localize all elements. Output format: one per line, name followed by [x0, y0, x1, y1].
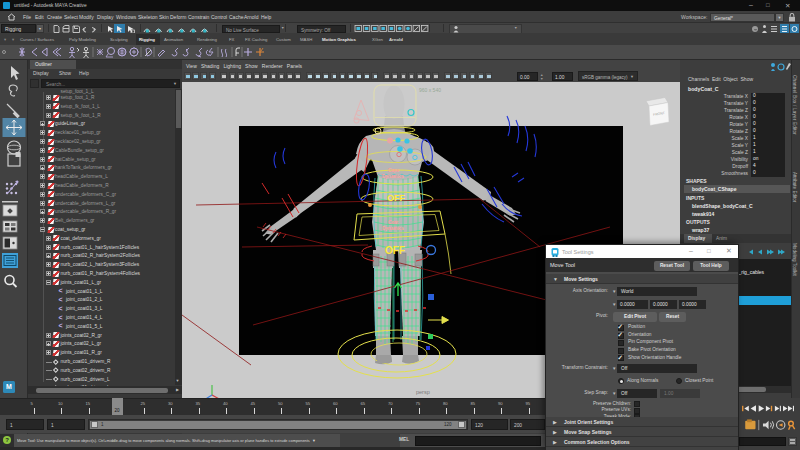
svg-text:persp: persp	[416, 389, 430, 395]
svg-text:Dynamics: Dynamics	[382, 226, 404, 231]
svg-text:OFF: OFF	[387, 193, 405, 203]
svg-text:Coat: Coat	[388, 220, 399, 225]
svg-text:960 x 540: 960 x 540	[419, 87, 441, 93]
svg-text:OFF: OFF	[385, 245, 405, 256]
svg-text:Dynamics: Dynamics	[382, 174, 404, 179]
svg-text:Cape: Cape	[388, 168, 400, 173]
